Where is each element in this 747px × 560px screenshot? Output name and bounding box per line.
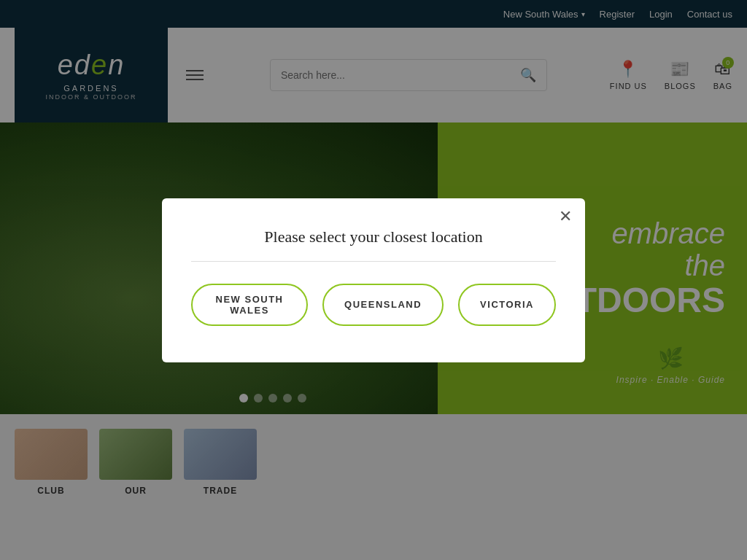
modal-location-buttons: NEW SOUTH WALES QUEENSLAND VICTORIA xyxy=(191,284,556,326)
modal-divider xyxy=(191,261,556,262)
location-modal: ✕ Please select your closest location NE… xyxy=(162,198,585,362)
location-btn-vic[interactable]: VICTORIA xyxy=(458,284,556,326)
location-btn-qld[interactable]: QUEENSLAND xyxy=(322,284,444,326)
modal-close-button[interactable]: ✕ xyxy=(559,209,572,225)
modal-title: Please select your closest location xyxy=(191,228,556,246)
location-btn-nsw[interactable]: NEW SOUTH WALES xyxy=(191,284,308,326)
modal-overlay[interactable]: ✕ Please select your closest location NE… xyxy=(0,0,747,560)
